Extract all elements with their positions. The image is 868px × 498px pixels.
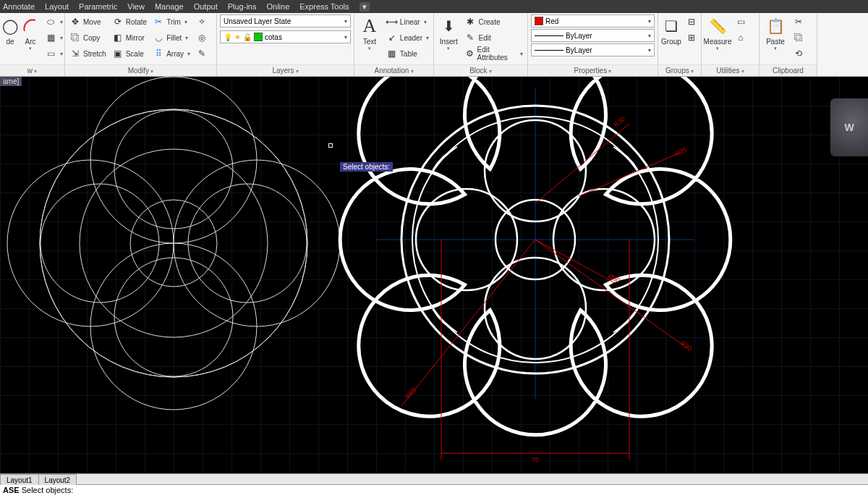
menu-output[interactable]: Output [194, 2, 218, 11]
insert-button[interactable]: ⬇ Insert [437, 14, 460, 51]
mirror-button[interactable]: ◧Mirror [111, 30, 148, 45]
mirror-label: Mirror [126, 34, 145, 42]
edit-label: Edit [478, 34, 490, 42]
linetype-value: ByLayer [566, 46, 592, 54]
hatch-button[interactable]: ▦▾ [43, 30, 64, 45]
color-swatch [535, 17, 543, 25]
layer-combo[interactable]: 💡 ☀ 🔓 cotas ▾ [220, 30, 351, 43]
viewcube[interactable]: W [830, 98, 868, 156]
menu-more-icon[interactable]: ▾ [359, 2, 370, 12]
menu-express[interactable]: Express Tools [299, 2, 349, 11]
menu-plugins[interactable]: Plug-ins [228, 2, 257, 11]
groupedit-button[interactable]: ⊞ [684, 30, 699, 45]
offset-button[interactable]: ◎ [195, 30, 209, 45]
copy-button[interactable]: ⿻Copy [68, 30, 108, 45]
create-button[interactable]: ✱Create [463, 14, 524, 29]
circle-button[interactable]: ◯ de [3, 14, 17, 46]
group-button[interactable]: ❏ Group [661, 14, 681, 46]
erase-button[interactable]: ✎ [195, 46, 209, 61]
create-icon: ✱ [464, 16, 476, 28]
calc-icon: ⌂ [735, 32, 746, 43]
lightbulb-icon: 💡 [224, 33, 232, 41]
text-button[interactable]: A Text [357, 14, 382, 51]
svg-text:R30: R30 [679, 339, 693, 352]
menu-bar[interactable]: Annotate Layout Parametric View Manage O… [0, 0, 868, 13]
paste-label: Paste [766, 38, 785, 46]
leader-button[interactable]: ↙Leader▾ [385, 30, 430, 45]
panel-utilities-title[interactable]: Utilities [716, 67, 744, 75]
paste-button[interactable]: 📋 Paste [762, 14, 788, 51]
menu-view[interactable]: View [127, 2, 145, 11]
ellipse-button[interactable]: ⬭▾ [43, 14, 64, 29]
trim-icon: ✂ [153, 16, 164, 28]
linear-button[interactable]: ⟷Linear▾ [385, 14, 430, 29]
match-button[interactable]: ⟲ [791, 46, 806, 61]
layer-state-combo[interactable]: Unsaved Layer State▾ [220, 14, 351, 28]
fillet-button[interactable]: ◡Fillet▾ [151, 30, 192, 45]
panel-layers-title[interactable]: Layers [272, 67, 298, 75]
panel-properties-title[interactable]: Properties [574, 67, 612, 75]
menu-manage[interactable]: Manage [155, 2, 184, 11]
editattr-icon: ⚙ [464, 48, 475, 59]
create-label: Create [478, 18, 500, 26]
match-icon: ⟲ [793, 48, 804, 59]
rotate-label: Rotate [126, 18, 147, 26]
drawing-canvas[interactable]: ame] [0, 77, 868, 473]
viewcube-label: W [844, 122, 854, 133]
ungroup-button[interactable]: ⊟ [684, 14, 699, 29]
editattr-button[interactable]: ⚙Edit Attributes▾ [463, 46, 524, 61]
group-label: Group [661, 38, 681, 46]
menu-parametric[interactable]: Parametric [79, 2, 117, 11]
array-button[interactable]: ⠿Array▾ [151, 46, 192, 61]
trim-button[interactable]: ✂Trim▾ [151, 14, 192, 29]
cut-button[interactable]: ✂ [791, 14, 806, 29]
panel-draw-title[interactable]: w [27, 67, 37, 75]
region-button[interactable]: ▭▾ [43, 46, 64, 61]
region-icon: ▭ [45, 48, 56, 59]
groupedit-icon: ⊞ [686, 32, 697, 43]
tab-layout1[interactable]: Layout1 [0, 474, 39, 485]
scale-label: Scale [126, 50, 144, 58]
layout-tabs[interactable]: Layout1 Layout2 [0, 473, 868, 485]
svg-point-5 [41, 184, 159, 303]
panel-clipboard-title[interactable]: Clipboard [773, 67, 804, 75]
leader-icon: ↙ [386, 32, 398, 43]
color-combo[interactable]: Red▾ [531, 14, 655, 28]
menu-layout[interactable]: Layout [45, 2, 69, 11]
array-icon: ⠿ [153, 48, 164, 59]
panel-annotation-title[interactable]: Annotation [374, 67, 413, 75]
scale-icon: ▣ [112, 48, 124, 59]
menu-annotate[interactable]: Annotate [3, 2, 35, 11]
lineweight-value: ByLayer [566, 32, 592, 40]
group-icon: ❏ [661, 16, 681, 36]
copyclip-button[interactable]: ⿻ [791, 30, 806, 45]
arc-button[interactable]: Arc [20, 14, 41, 51]
copyclip-icon: ⿻ [793, 32, 804, 43]
panel-groups-title[interactable]: Groups [665, 67, 694, 75]
menu-online[interactable]: Online [266, 2, 289, 11]
panel-modify-title[interactable]: Modify [128, 67, 154, 75]
copy-label: Copy [83, 34, 100, 42]
insert-label: Insert [440, 38, 458, 46]
circle-icon: ◯ [0, 16, 20, 36]
lineweight-combo[interactable]: ByLayer▾ [531, 29, 655, 42]
erase-icon: ✎ [196, 48, 208, 59]
ellipse-icon: ⬭ [45, 16, 56, 28]
tab-layout2[interactable]: Layout2 [38, 474, 77, 485]
stretch-label: Stretch [83, 50, 106, 58]
stretch-icon: ⇲ [69, 48, 81, 59]
explode-button[interactable]: ✧ [195, 14, 209, 29]
calc-button[interactable]: ⌂ [733, 30, 748, 45]
select-icon: ▭ [735, 16, 746, 28]
scale-button[interactable]: ▣Scale [111, 46, 148, 61]
rotate-button[interactable]: ⟳Rotate [111, 14, 148, 29]
table-button[interactable]: ▦Table [385, 46, 430, 61]
move-button[interactable]: ✥Move [68, 14, 108, 29]
stretch-button[interactable]: ⇲Stretch [68, 46, 108, 61]
linetype-combo[interactable]: ByLayer▾ [531, 43, 655, 56]
panel-block-title[interactable]: Block [469, 67, 492, 75]
measure-button[interactable]: 📏 Measure [705, 14, 731, 51]
edit-button[interactable]: ✎Edit [463, 30, 524, 45]
command-line[interactable]: ASE Select objects: [0, 485, 868, 498]
select-button[interactable]: ▭ [733, 14, 748, 29]
